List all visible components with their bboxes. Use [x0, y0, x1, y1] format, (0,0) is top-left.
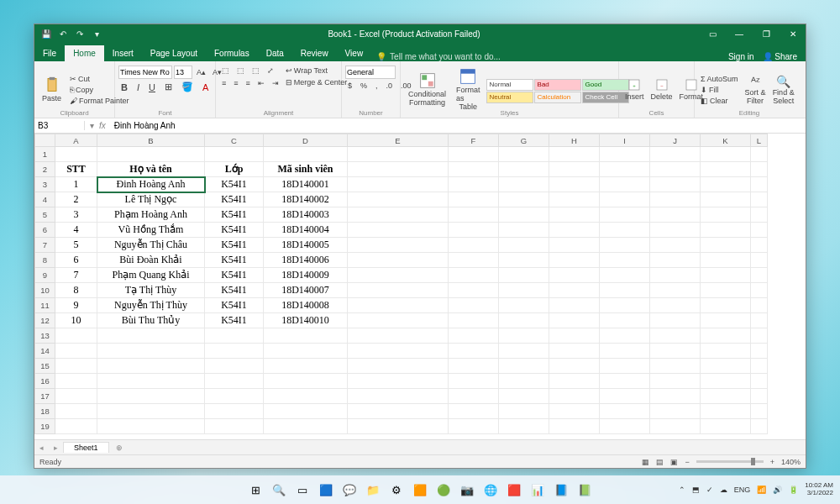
cell-A2[interactable]: STT [55, 162, 97, 177]
start-button[interactable]: ⊞ [245, 480, 265, 500]
cell-I4[interactable] [600, 192, 650, 207]
cell-F6[interactable] [449, 223, 499, 238]
tab-view[interactable]: View [337, 45, 372, 61]
cell-J3[interactable] [650, 177, 701, 192]
task-view-icon[interactable]: ▭ [292, 480, 312, 500]
cell-F15[interactable] [449, 359, 499, 374]
font-color-button[interactable]: A [200, 81, 211, 93]
cell-D14[interactable] [264, 344, 348, 359]
style-neutral[interactable]: Neutral [486, 92, 533, 103]
cell-J15[interactable] [650, 359, 701, 374]
cell-J16[interactable] [650, 374, 701, 389]
cell-A17[interactable] [55, 389, 97, 404]
cell-F9[interactable] [449, 268, 499, 283]
cell-D19[interactable] [264, 419, 348, 434]
edge-icon[interactable]: 🌐 [480, 480, 501, 500]
row-header-4[interactable]: 4 [35, 192, 55, 207]
number-format-combo[interactable] [345, 66, 396, 79]
row-header-2[interactable]: 2 [35, 162, 55, 177]
cell-A6[interactable]: 4 [55, 223, 97, 238]
cell-B15[interactable] [97, 359, 205, 374]
explorer-icon[interactable]: 📁 [363, 480, 383, 500]
cell-G12[interactable] [499, 313, 549, 328]
cell-K8[interactable] [701, 253, 751, 268]
cell-A16[interactable] [55, 374, 97, 389]
cell-I3[interactable] [600, 177, 650, 192]
conditional-formatting-button[interactable]: Conditional Formatting [404, 66, 450, 113]
cell-B11[interactable]: Nguyễn Thị Thùy [97, 298, 205, 313]
cell-K5[interactable] [701, 207, 751, 223]
align-left-icon[interactable]: ≡ [219, 78, 228, 88]
cell-F17[interactable] [449, 389, 499, 404]
cell-J6[interactable] [650, 223, 701, 238]
cell-B12[interactable]: Bùi Thu Thủy [97, 313, 205, 328]
delete-cells-button[interactable]: − Delete [648, 66, 675, 113]
cancel-formula-icon[interactable]: ▾ [90, 121, 94, 130]
cell-F7[interactable] [449, 238, 499, 253]
cell-J8[interactable] [650, 253, 701, 268]
cell-H5[interactable] [549, 207, 600, 223]
col-header-F[interactable]: F [449, 134, 499, 147]
cell-I19[interactable] [600, 419, 650, 434]
col-header-J[interactable]: J [650, 134, 701, 147]
cell-A1[interactable] [55, 147, 97, 162]
cell-G6[interactable] [499, 223, 549, 238]
cell-A18[interactable] [55, 404, 97, 419]
currency-icon[interactable]: $ [345, 81, 354, 91]
cell-H4[interactable] [549, 192, 600, 207]
cell-E5[interactable] [348, 207, 449, 223]
add-sheet-button[interactable]: ⊕ [109, 444, 129, 452]
zoom-out-button[interactable]: − [685, 458, 689, 466]
cell-A7[interactable]: 5 [55, 238, 97, 253]
cell-I8[interactable] [600, 253, 650, 268]
cell-A11[interactable]: 9 [55, 298, 97, 313]
cell-G11[interactable] [499, 298, 549, 313]
cell-J17[interactable] [650, 389, 701, 404]
cell-C2[interactable]: Lớp [205, 162, 264, 177]
cell-D1[interactable] [264, 147, 348, 162]
cell-D15[interactable] [264, 359, 348, 374]
word-icon[interactable]: 📘 [551, 480, 571, 500]
cell-J1[interactable] [650, 147, 701, 162]
cell-K19[interactable] [701, 419, 751, 434]
cell-F4[interactable] [449, 192, 499, 207]
onedrive-icon[interactable]: ☁ [720, 486, 727, 494]
worksheet-grid[interactable]: ABCDEFGHIJKL12STTHọ và tênLớpMã sinh viê… [34, 134, 806, 439]
cell-B4[interactable]: Lê Thị Ngọc [97, 192, 205, 207]
cell-A5[interactable]: 3 [55, 207, 97, 223]
battery-icon[interactable]: 🔋 [789, 486, 798, 494]
cell-C10[interactable]: K54I1 [205, 283, 264, 298]
cell-J18[interactable] [650, 404, 701, 419]
cell-L9[interactable] [751, 268, 768, 283]
cell-A19[interactable] [55, 419, 97, 434]
cell-G14[interactable] [499, 344, 549, 359]
cell-I2[interactable] [600, 162, 650, 177]
cell-K9[interactable] [701, 268, 751, 283]
cell-K3[interactable] [701, 177, 751, 192]
row-header-10[interactable]: 10 [35, 283, 55, 298]
cell-D3[interactable]: 18D140001 [264, 177, 348, 192]
col-header-G[interactable]: G [499, 134, 549, 147]
cell-E19[interactable] [348, 419, 449, 434]
cell-H11[interactable] [549, 298, 600, 313]
view-normal-icon[interactable]: ▦ [642, 458, 649, 466]
align-center-icon[interactable]: ≡ [231, 78, 240, 88]
cell-C6[interactable]: K54I1 [205, 223, 264, 238]
cell-F1[interactable] [449, 147, 499, 162]
cell-C12[interactable]: K54I1 [205, 313, 264, 328]
format-as-table-button[interactable]: Format as Table [452, 66, 485, 113]
cell-D11[interactable]: 18D140008 [264, 298, 348, 313]
cell-C3[interactable]: K54I1 [205, 177, 264, 192]
ribbon-options-icon[interactable]: ▭ [700, 24, 725, 43]
cell-E14[interactable] [348, 344, 449, 359]
cell-H19[interactable] [549, 419, 600, 434]
row-header-12[interactable]: 12 [35, 313, 55, 328]
cell-K12[interactable] [701, 313, 751, 328]
excel-icon[interactable]: 📗 [575, 480, 595, 500]
cell-B10[interactable]: Tạ Thị Thùy [97, 283, 205, 298]
widgets-icon[interactable]: 🟦 [316, 480, 336, 500]
fill-button[interactable]: ⬇Fill [698, 85, 741, 95]
cell-H13[interactable] [549, 328, 600, 344]
row-header-16[interactable]: 16 [35, 374, 55, 389]
tab-insert[interactable]: Insert [104, 45, 142, 61]
